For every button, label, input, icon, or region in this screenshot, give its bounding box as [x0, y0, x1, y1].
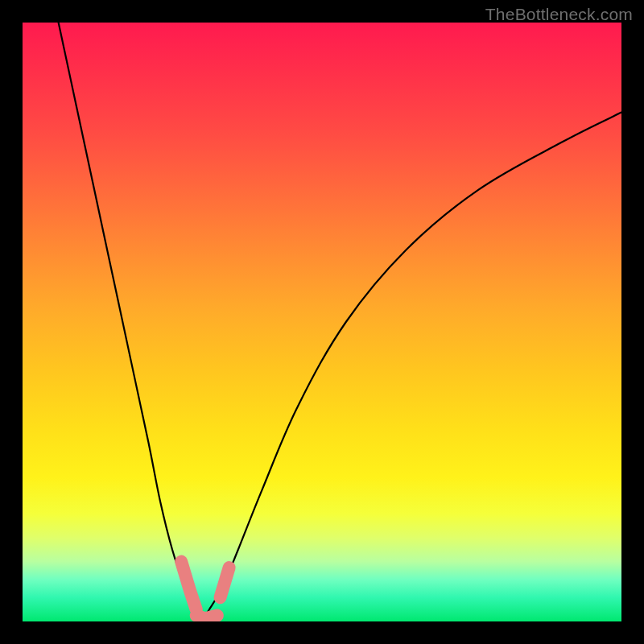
right-red-marker: [221, 568, 229, 597]
watermark-text: TheBottleneck.com: [485, 5, 633, 24]
bottom-red-marker: [196, 616, 217, 619]
bottleneck-curve-svg: [23, 23, 621, 621]
chart-area: [23, 23, 621, 621]
bottleneck-curve-path: [59, 23, 621, 617]
left-red-marker: [181, 562, 196, 610]
